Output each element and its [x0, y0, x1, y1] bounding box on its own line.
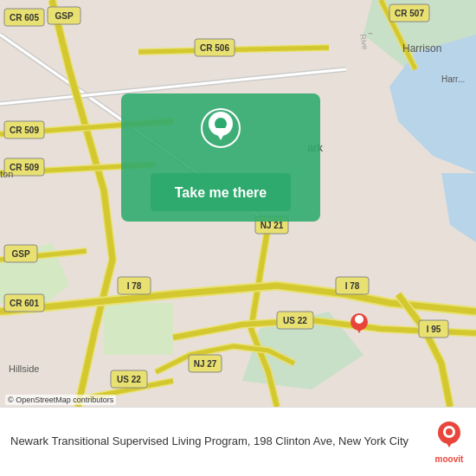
svg-text:US 22: US 22	[117, 375, 141, 384]
svg-text:CR 601: CR 601	[10, 299, 39, 308]
svg-text:CR 605: CR 605	[10, 13, 39, 23]
svg-text:NJ 27: NJ 27	[194, 359, 217, 369]
moovit-brand-text: moovit	[435, 454, 464, 464]
svg-text:CR 509: CR 509	[10, 125, 39, 135]
svg-text:Hillside: Hillside	[9, 363, 39, 374]
svg-text:CR 507: CR 507	[395, 9, 424, 18]
svg-text:GSP: GSP	[55, 11, 73, 21]
svg-text:Harrison: Harrison	[402, 42, 441, 55]
location-info: Newark Transitional Supervised Living Pr…	[10, 434, 424, 449]
info-bar: Newark Transitional Supervised Living Pr…	[0, 407, 476, 476]
svg-text:I 78: I 78	[345, 281, 360, 291]
svg-point-63	[215, 118, 227, 130]
svg-text:Take me there: Take me there	[175, 185, 267, 200]
svg-text:ton: ton	[0, 169, 13, 179]
svg-point-72	[446, 428, 453, 435]
svg-text:Harr...: Harr...	[441, 74, 465, 84]
svg-text:US 22: US 22	[283, 316, 307, 325]
svg-text:CR 509: CR 509	[10, 163, 39, 172]
moovit-logo: moovit	[433, 420, 466, 464]
svg-text:GSP: GSP	[11, 249, 29, 259]
svg-text:CR 506: CR 506	[200, 43, 229, 53]
svg-point-69	[355, 315, 363, 324]
svg-text:NJ 21: NJ 21	[261, 221, 284, 230]
svg-text:I 95: I 95	[427, 325, 441, 334]
osm-attribution: © OpenStreetMap contributors	[5, 395, 116, 405]
svg-rect-4	[104, 303, 173, 355]
map-container: CR 605 GSP CR 509 CR 509 CR 506 CR 507 G…	[0, 0, 476, 407]
svg-text:I 78: I 78	[127, 281, 142, 291]
